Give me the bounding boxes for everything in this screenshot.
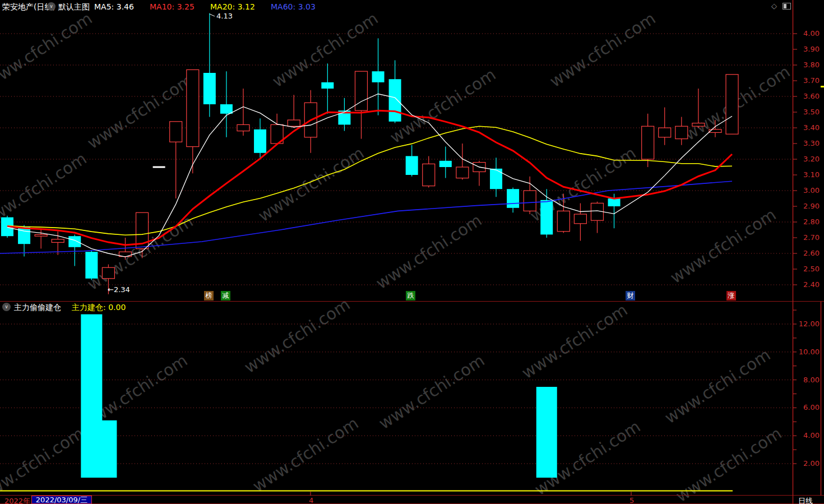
axis-marker — [821, 86, 824, 87]
date-box[interactable]: 2022/03/09/三 — [31, 496, 92, 504]
candle-body — [321, 82, 334, 89]
low-price-annotation: ←2.34 — [108, 285, 130, 294]
candle-body — [187, 70, 199, 146]
candle-body — [406, 156, 418, 175]
axis-label: 3.00 — [796, 186, 820, 195]
candle-body — [237, 124, 249, 131]
ma-legend-item: MA5: 3.46 — [94, 2, 134, 11]
chart-area[interactable] — [0, 0, 824, 504]
indicator-bar — [81, 315, 102, 478]
indicator-bar — [100, 420, 117, 478]
candle-body — [642, 126, 654, 159]
axis-label: 2.90 — [796, 202, 820, 210]
indicator-header: ∨ 主力偷偷建仓 主力建仓: 0.00 — [0, 303, 280, 313]
candle-body — [726, 75, 738, 134]
candle-body — [608, 198, 621, 206]
candle-body — [68, 236, 81, 247]
candle-body — [52, 239, 64, 243]
axis-label: 3.80 — [796, 61, 820, 69]
stock-app-window: { "header": { "stock_title": "荣安地产(日线)",… — [0, 0, 824, 504]
axis-label: 2.40 — [796, 280, 820, 289]
axis-label: 4.00 — [796, 29, 820, 38]
candle-body — [203, 73, 216, 104]
axis-label: 6.00 — [796, 403, 820, 411]
axis-label: 10.00 — [796, 348, 820, 356]
axis-label: 3.90 — [796, 45, 820, 53]
axis-label: 3.60 — [796, 92, 820, 100]
indicator-title: 主力偷偷建仓 — [14, 303, 61, 313]
candle-body — [170, 122, 182, 142]
candle-body — [423, 164, 435, 186]
candle-body — [35, 234, 47, 236]
axis-label: 12.00 — [796, 320, 820, 328]
axis-label: 3.40 — [796, 123, 820, 132]
candle-body — [220, 104, 233, 114]
ma-legend-item: MA10: 3.25 — [150, 2, 195, 11]
chart-style-selector[interactable]: 默认主图 — [58, 2, 90, 12]
high-price-annotation: 4.13 — [216, 12, 233, 20]
candle-body — [389, 79, 401, 122]
panel-layout-icon[interactable] — [783, 3, 791, 10]
candle-body — [355, 71, 367, 110]
ma-legend-item: MA60: 3.03 — [271, 2, 316, 11]
event-badge[interactable]: 财 — [626, 291, 635, 300]
candle-body — [85, 252, 98, 279]
axis-label: 2.60 — [796, 249, 820, 257]
candle-body — [254, 130, 266, 153]
ma20-line — [7, 126, 732, 235]
header-bar: 荣安地产(日线) ∨ 默认主图 MA5: 3.46MA10: 3.25MA20:… — [0, 0, 824, 13]
candle-body — [18, 226, 30, 244]
candle-body — [372, 71, 385, 82]
axis-label: 3.70 — [796, 76, 820, 85]
indicator-bar — [536, 387, 557, 478]
candle-body — [557, 211, 570, 231]
candle-body — [540, 200, 553, 235]
candle-dash — [153, 167, 165, 168]
candle-body — [507, 189, 519, 208]
period-label[interactable]: 日线 — [798, 496, 813, 504]
axis-label: 2.50 — [796, 265, 820, 273]
month-label: 4 — [309, 496, 313, 504]
candle-body — [692, 123, 705, 127]
year-label: 2022年 — [4, 496, 30, 504]
event-badge[interactable]: 跌 — [406, 291, 415, 300]
axis-label: 2.80 — [796, 218, 820, 226]
chart-style-dropdown-icon[interactable]: ∨ — [47, 2, 55, 11]
axis-label: 3.30 — [796, 139, 820, 147]
indicator-value: 主力建仓: 0.00 — [72, 303, 126, 313]
candle-body — [490, 169, 502, 189]
axis-label: 3.10 — [796, 170, 820, 179]
annotation-hook — [210, 14, 215, 16]
ma10-line — [7, 110, 732, 245]
axis-label: 2.70 — [796, 233, 820, 242]
event-badge[interactable]: 榜 — [204, 291, 214, 300]
event-badge[interactable]: 涨 — [726, 291, 736, 300]
axis-label: 3.50 — [796, 108, 820, 116]
indicator-dropdown-icon[interactable]: ∨ — [2, 303, 11, 311]
candle-body — [574, 214, 586, 224]
diamond-icon[interactable]: ◇ — [771, 2, 777, 10]
candle-body — [456, 167, 469, 178]
candle-body — [102, 267, 114, 279]
candle-body — [659, 128, 671, 137]
ma-legend-item: MA20: 3.12 — [210, 2, 255, 11]
axis-label: 8.00 — [796, 376, 820, 384]
bottom-bar: 2022年 2022/03/09/三 45 日线 — [0, 496, 824, 504]
candle-body — [675, 126, 688, 138]
month-label: 5 — [629, 496, 634, 504]
axis-label: 2.00 — [796, 459, 820, 468]
candle-body — [288, 120, 300, 126]
ma5-line — [7, 94, 732, 257]
candle-body — [439, 161, 452, 167]
axis-label: 3.20 — [796, 155, 820, 163]
axis-label: 4.00 — [796, 431, 820, 440]
event-badge[interactable]: 减 — [221, 291, 230, 300]
candle-body — [524, 191, 536, 211]
